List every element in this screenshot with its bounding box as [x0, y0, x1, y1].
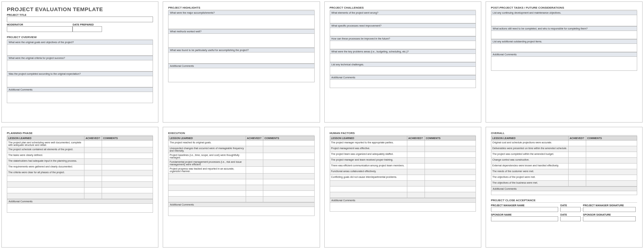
achieved-cell[interactable]: [84, 187, 102, 193]
achieved-cell[interactable]: [569, 140, 586, 146]
comments-cell[interactable]: [586, 180, 637, 186]
highlights-ac-body[interactable]: [168, 68, 314, 82]
comments-cell[interactable]: [586, 146, 637, 152]
achieved-cell[interactable]: [407, 175, 425, 180]
achieved-cell[interactable]: [84, 153, 102, 158]
comments-cell[interactable]: [586, 152, 637, 157]
comments-cell[interactable]: [425, 192, 476, 198]
pm-name-input[interactable]: [491, 207, 558, 212]
comments-cell[interactable]: [425, 146, 476, 152]
achieved-cell[interactable]: [407, 180, 425, 186]
achieved-cell[interactable]: [569, 169, 586, 175]
achieved-cell[interactable]: [569, 146, 586, 152]
comments-cell[interactable]: [425, 140, 476, 146]
achieved-cell[interactable]: [407, 152, 425, 157]
achieved-cell[interactable]: [246, 173, 263, 179]
achieved-cell[interactable]: [84, 181, 102, 187]
achieved-cell[interactable]: [407, 157, 425, 163]
comments-cell[interactable]: [263, 160, 314, 166]
comments-cell[interactable]: [586, 140, 637, 146]
comments-cell[interactable]: [263, 140, 314, 146]
comments-cell[interactable]: [425, 163, 476, 169]
comments-cell[interactable]: [102, 181, 153, 187]
achieved-cell[interactable]: [407, 146, 425, 152]
overview-q2-body[interactable]: [7, 60, 153, 71]
comments-cell[interactable]: [102, 153, 153, 158]
overview-q1-body[interactable]: [7, 45, 153, 55]
overall-ac-body[interactable]: [491, 191, 637, 195]
achieved-cell[interactable]: [246, 179, 263, 185]
challenges-q4-body[interactable]: [330, 54, 476, 62]
achieved-cell[interactable]: [246, 160, 263, 166]
achieved-cell[interactable]: [246, 140, 263, 146]
achieved-cell[interactable]: [569, 163, 586, 169]
postproject-q2-body[interactable]: [491, 31, 637, 39]
sponsor-name-input[interactable]: [491, 216, 558, 221]
achieved-cell[interactable]: [246, 190, 263, 196]
pm-date-input[interactable]: [560, 207, 581, 212]
postproject-ac-body[interactable]: [491, 57, 637, 70]
challenges-q2-body[interactable]: [330, 28, 476, 36]
comments-cell[interactable]: [425, 180, 476, 186]
comments-cell[interactable]: [425, 152, 476, 157]
highlights-q3-body[interactable]: [168, 52, 314, 63]
comments-cell[interactable]: [586, 157, 637, 163]
comments-cell[interactable]: [425, 175, 476, 180]
moderator-input[interactable]: [7, 26, 73, 32]
comments-cell[interactable]: [102, 158, 153, 164]
challenges-q1-body[interactable]: [330, 15, 476, 23]
comments-cell[interactable]: [586, 175, 637, 180]
overview-q3-body[interactable]: [7, 76, 153, 87]
achieved-cell[interactable]: [407, 186, 425, 192]
comments-cell[interactable]: [102, 147, 153, 153]
achieved-cell[interactable]: [569, 152, 586, 157]
pm-sig-input[interactable]: [583, 207, 636, 212]
comments-cell[interactable]: [263, 166, 314, 173]
comments-cell[interactable]: [586, 169, 637, 175]
overview-ac-body[interactable]: [7, 92, 153, 103]
comments-cell[interactable]: [586, 163, 637, 169]
execution-ac-body[interactable]: [168, 207, 314, 216]
sponsor-date-input[interactable]: [560, 216, 581, 221]
comments-cell[interactable]: [425, 157, 476, 163]
highlights-q1-body[interactable]: [168, 15, 314, 29]
achieved-cell[interactable]: [407, 169, 425, 175]
achieved-cell[interactable]: [84, 158, 102, 164]
comments-cell[interactable]: [263, 190, 314, 196]
comments-cell[interactable]: [263, 196, 314, 202]
achieved-cell[interactable]: [84, 176, 102, 181]
comments-cell[interactable]: [263, 153, 314, 160]
achieved-cell[interactable]: [84, 170, 102, 176]
comments-cell[interactable]: [102, 170, 153, 176]
achieved-cell[interactable]: [84, 140, 102, 147]
project-title-input[interactable]: [7, 17, 153, 22]
human-ac-body[interactable]: [330, 202, 476, 212]
achieved-cell[interactable]: [84, 193, 102, 199]
postproject-q1-body[interactable]: [491, 15, 637, 26]
challenges-q3-body[interactable]: [330, 41, 476, 49]
achieved-cell[interactable]: [569, 175, 586, 180]
achieved-cell[interactable]: [246, 196, 263, 202]
comments-cell[interactable]: [102, 193, 153, 199]
achieved-cell[interactable]: [84, 147, 102, 153]
comments-cell[interactable]: [263, 179, 314, 185]
achieved-cell[interactable]: [84, 164, 102, 170]
planning-ac-body[interactable]: [7, 203, 153, 213]
achieved-cell[interactable]: [407, 192, 425, 198]
comments-cell[interactable]: [263, 185, 314, 190]
achieved-cell[interactable]: [569, 157, 586, 163]
comments-cell[interactable]: [102, 140, 153, 147]
comments-cell[interactable]: [425, 186, 476, 192]
challenges-ac-body[interactable]: [330, 80, 476, 88]
comments-cell[interactable]: [102, 187, 153, 193]
achieved-cell[interactable]: [246, 146, 263, 153]
achieved-cell[interactable]: [246, 166, 263, 173]
postproject-q3-body[interactable]: [491, 44, 637, 52]
comments-cell[interactable]: [425, 169, 476, 175]
achieved-cell[interactable]: [569, 180, 586, 186]
achieved-cell[interactable]: [407, 163, 425, 169]
comments-cell[interactable]: [263, 146, 314, 153]
highlights-q2-body[interactable]: [168, 34, 314, 47]
achieved-cell[interactable]: [246, 185, 263, 190]
challenges-q5-body[interactable]: [330, 67, 476, 75]
